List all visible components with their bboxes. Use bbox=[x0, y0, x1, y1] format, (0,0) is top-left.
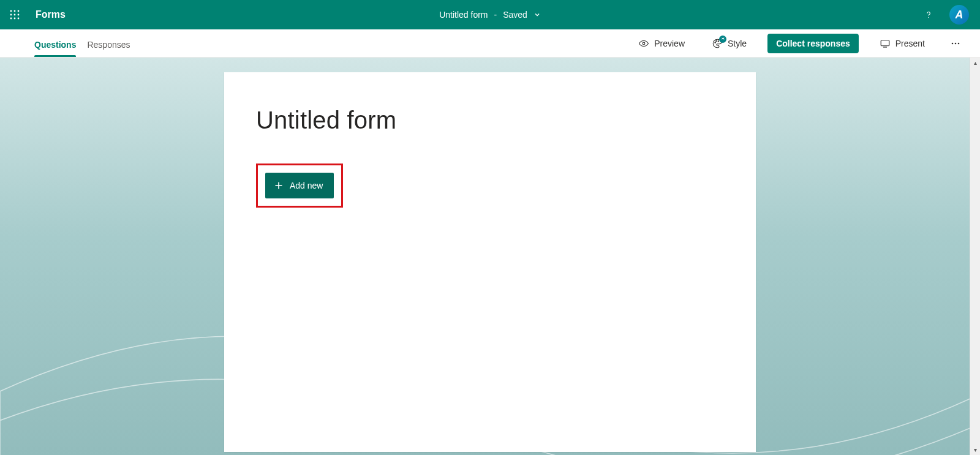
scroll-down-button[interactable]: ▾ bbox=[970, 445, 980, 455]
eye-icon bbox=[638, 38, 649, 49]
tab-responses[interactable]: Responses bbox=[87, 40, 130, 57]
header-separator: - bbox=[494, 10, 497, 20]
svg-point-9 bbox=[928, 17, 929, 18]
user-avatar[interactable]: A bbox=[949, 5, 969, 24]
svg-point-6 bbox=[10, 18, 12, 20]
scroll-up-button[interactable]: ▴ bbox=[970, 58, 980, 68]
app-header: Forms Untitled form - Saved A bbox=[0, 0, 980, 29]
collect-responses-label: Collect responses bbox=[776, 39, 850, 48]
present-label: Present bbox=[895, 39, 925, 48]
present-button[interactable]: Present bbox=[873, 34, 931, 53]
help-icon bbox=[923, 9, 934, 20]
header-save-status: Saved bbox=[503, 10, 527, 20]
style-button[interactable]: ✶ Style bbox=[706, 34, 753, 53]
collect-responses-button[interactable]: Collect responses bbox=[767, 34, 859, 53]
svg-point-4 bbox=[14, 14, 16, 16]
header-dropdown-button[interactable] bbox=[533, 11, 541, 18]
svg-point-11 bbox=[715, 42, 716, 43]
canvas-area: Untitled form Add new ▴ ▾ bbox=[0, 58, 980, 455]
style-label: Style bbox=[728, 39, 747, 48]
tabs: Questions Responses bbox=[34, 29, 130, 57]
vertical-scrollbar[interactable]: ▴ ▾ bbox=[970, 58, 980, 455]
svg-point-2 bbox=[18, 10, 20, 12]
svg-point-13 bbox=[718, 40, 719, 42]
avatar-initial: A bbox=[956, 9, 963, 21]
svg-point-18 bbox=[958, 42, 960, 44]
svg-point-12 bbox=[716, 40, 717, 42]
plus-icon bbox=[274, 181, 284, 190]
tab-questions[interactable]: Questions bbox=[34, 40, 76, 57]
header-form-name[interactable]: Untitled form bbox=[439, 10, 488, 20]
svg-point-8 bbox=[18, 18, 20, 20]
svg-point-10 bbox=[643, 42, 645, 45]
help-button[interactable] bbox=[919, 5, 938, 24]
svg-point-17 bbox=[955, 42, 957, 44]
svg-point-7 bbox=[14, 18, 16, 20]
svg-point-16 bbox=[952, 42, 954, 44]
add-new-label: Add new bbox=[290, 181, 323, 190]
header-right-group: A bbox=[919, 5, 975, 24]
preview-label: Preview bbox=[654, 39, 685, 48]
svg-point-0 bbox=[10, 10, 12, 12]
app-launcher-button[interactable] bbox=[5, 5, 24, 24]
svg-rect-14 bbox=[881, 40, 889, 45]
annotation-highlight: Add new bbox=[256, 164, 343, 208]
svg-point-5 bbox=[18, 14, 20, 16]
chevron-down-icon bbox=[533, 11, 541, 18]
app-name-label[interactable]: Forms bbox=[36, 9, 66, 20]
add-new-button[interactable]: Add new bbox=[265, 173, 334, 198]
more-options-button[interactable] bbox=[946, 34, 965, 53]
style-badge-icon: ✶ bbox=[719, 36, 726, 43]
preview-button[interactable]: Preview bbox=[632, 34, 691, 53]
waffle-icon bbox=[10, 10, 20, 20]
svg-point-3 bbox=[10, 14, 12, 16]
command-bar: Questions Responses Preview bbox=[0, 29, 980, 58]
header-title-group: Untitled form - Saved bbox=[439, 10, 541, 20]
command-right-group: Preview ✶ Style Collect responses bbox=[632, 34, 965, 53]
form-card: Untitled form Add new bbox=[224, 72, 756, 452]
more-horizontal-icon bbox=[951, 39, 960, 48]
form-title-input[interactable]: Untitled form bbox=[256, 107, 724, 134]
svg-point-1 bbox=[14, 10, 16, 12]
present-icon bbox=[880, 38, 891, 49]
